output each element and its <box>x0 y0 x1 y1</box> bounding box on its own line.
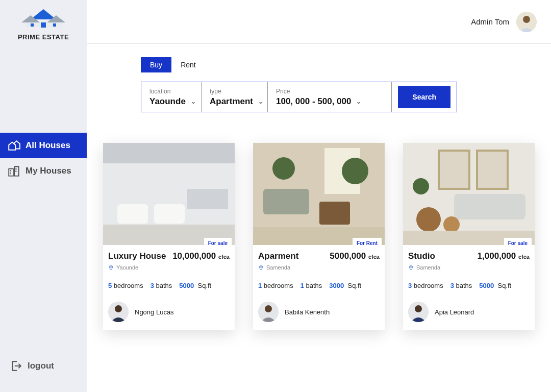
filter-location[interactable]: location Yaounde⌄ <box>141 82 202 112</box>
listing-card[interactable]: For sale Studio 1,000,000 cfca Bamenda 3… <box>403 143 535 330</box>
svg-point-46 <box>415 305 422 312</box>
filter-price-value: 100, 000 - 500, 000 <box>276 96 351 107</box>
svg-point-33 <box>260 266 261 267</box>
svg-rect-21 <box>154 204 185 224</box>
listing-price: 1,000,000 cfca <box>478 251 530 261</box>
svg-rect-38 <box>477 151 508 189</box>
listing-owner: Babila Kenenth <box>258 302 380 322</box>
svg-point-23 <box>110 266 111 267</box>
sidebar-item-label: My Houses <box>26 166 71 176</box>
svg-point-25 <box>115 305 122 312</box>
svg-point-44 <box>410 266 411 267</box>
svg-rect-5 <box>31 23 34 27</box>
sidebar-item-all-houses[interactable]: All Houses <box>0 133 87 158</box>
filter-location-value: Yaounde <box>149 96 186 107</box>
filter-type-value: Apartment <box>210 96 253 107</box>
svg-rect-29 <box>319 202 350 225</box>
svg-rect-4 <box>41 22 46 28</box>
sidebar: PRIME ESTATE All Houses My Houses <box>0 0 87 392</box>
avatar <box>516 12 537 32</box>
listing-location: Bamenda <box>408 264 530 271</box>
listing-owner: Apia Leonard <box>408 302 530 322</box>
svg-rect-37 <box>439 151 469 189</box>
chevron-down-icon: ⌄ <box>258 98 263 105</box>
user-name: Admin Tom <box>471 17 509 26</box>
sidebar-item-label: All Houses <box>26 140 70 151</box>
logo-icon <box>15 8 71 31</box>
listing-grid: For sale Luxury House 10,000,000 cfca Ya… <box>103 143 538 330</box>
mode-tabs: Buy Rent <box>141 57 538 72</box>
search-button[interactable]: Search <box>398 86 450 108</box>
topbar: Admin Tom <box>87 0 551 44</box>
listing-badge: For sale <box>504 238 532 249</box>
listing-specs: 5 bedrooms 3 baths 5000 Sq.ft <box>108 282 230 289</box>
pin-icon <box>108 265 114 271</box>
listing-specs: 3 bedrooms 3 baths 5000 Sq.ft <box>408 282 530 289</box>
svg-rect-6 <box>53 23 56 27</box>
listing-badge: For Rent <box>353 238 382 249</box>
listing-title: Aparment <box>258 251 298 261</box>
main: Admin Tom Buy Rent location Yaounde⌄ typ… <box>87 0 551 392</box>
svg-point-42 <box>413 178 429 194</box>
listing-price: 10,000,000 cfca <box>172 251 230 261</box>
listing-specs: 1 bedrooms 1 baths 3000 Sq.ft <box>258 282 380 289</box>
filter-type-label: type <box>210 88 259 95</box>
tab-rent[interactable]: Rent <box>171 57 205 72</box>
owner-avatar <box>108 302 129 322</box>
filter-price-label: Price <box>276 88 383 95</box>
svg-point-41 <box>443 216 460 233</box>
listing-price: 5000,000 cfca <box>330 251 380 261</box>
pin-icon <box>408 265 414 271</box>
listing-card[interactable]: For sale Luxury House 10,000,000 cfca Ya… <box>103 143 235 330</box>
svg-marker-0 <box>31 9 56 19</box>
filter-price[interactable]: Price 100, 000 - 500, 000⌄ <box>268 82 392 112</box>
buildings-icon <box>7 164 20 178</box>
houses-icon <box>7 139 20 152</box>
owner-avatar <box>408 302 429 322</box>
listing-location: Bamenda <box>258 264 380 271</box>
svg-point-31 <box>342 158 368 184</box>
svg-point-30 <box>272 157 295 180</box>
listing-image <box>253 143 385 245</box>
listing-title: Luxury House <box>108 251 166 261</box>
logout-button[interactable]: logout <box>0 354 87 378</box>
listing-image <box>403 143 535 245</box>
svg-rect-20 <box>117 204 148 224</box>
owner-name: Ngong Lucas <box>135 308 174 316</box>
filter-type[interactable]: type Apartment⌄ <box>202 82 268 112</box>
svg-rect-39 <box>454 194 525 219</box>
listing-image <box>103 143 235 245</box>
listing-location: Yaounde <box>108 264 230 271</box>
svg-rect-28 <box>263 189 309 214</box>
user-menu[interactable]: Admin Tom <box>471 12 537 32</box>
brand-name: PRIME ESTATE <box>6 33 81 41</box>
svg-point-35 <box>265 305 272 312</box>
listing-badge: For sale <box>204 238 232 249</box>
sidebar-nav: All Houses My Houses <box>0 133 87 184</box>
chevron-down-icon: ⌄ <box>191 98 196 105</box>
listing-owner: Ngong Lucas <box>108 302 230 322</box>
svg-point-40 <box>416 207 441 232</box>
tab-buy[interactable]: Buy <box>141 57 171 72</box>
owner-name: Babila Kenenth <box>285 308 330 316</box>
filter-location-label: location <box>149 88 193 95</box>
owner-name: Apia Leonard <box>435 308 474 316</box>
svg-rect-19 <box>187 189 228 209</box>
logo: PRIME ESTATE <box>0 8 87 51</box>
svg-point-16 <box>523 16 530 23</box>
logout-icon <box>9 359 22 373</box>
svg-rect-7 <box>9 169 13 176</box>
listing-card[interactable]: For Rent Aparment 5000,000 cfca Bamenda … <box>253 143 385 330</box>
logout-label: logout <box>28 361 54 371</box>
filter-bar: location Yaounde⌄ type Apartment⌄ Price … <box>141 82 457 112</box>
owner-avatar <box>258 302 279 322</box>
svg-rect-18 <box>103 143 235 163</box>
chevron-down-icon: ⌄ <box>356 98 361 105</box>
pin-icon <box>258 265 264 271</box>
listing-title: Studio <box>408 251 435 261</box>
sidebar-item-my-houses[interactable]: My Houses <box>0 158 87 184</box>
